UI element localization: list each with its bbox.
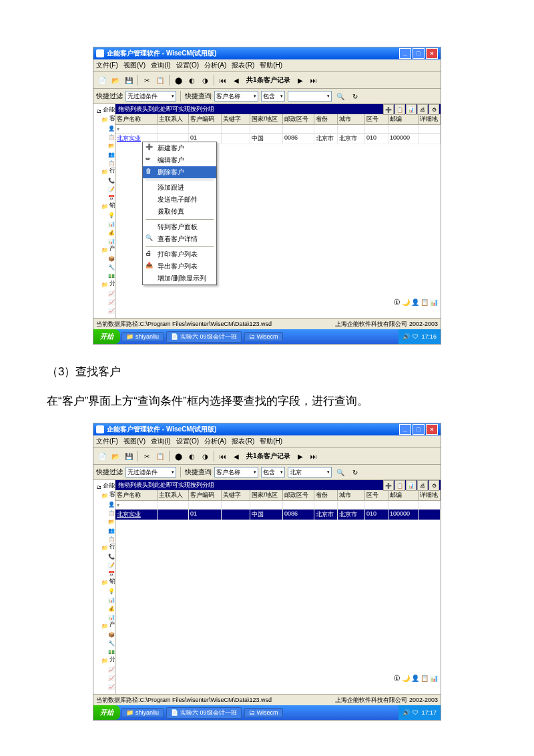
task-item[interactable]: 📁shiyanliu (121, 332, 164, 341)
tree-node[interactable]: 🗂企能客户管理软件 (95, 106, 113, 114)
grid-tool-icon[interactable]: 🖨 (417, 104, 428, 115)
col-header[interactable]: 邮编 (388, 114, 419, 124)
col-header[interactable]: 客户名称 (115, 490, 158, 500)
context-menu-item[interactable]: 拨取传真 (143, 206, 216, 218)
tree-node[interactable]: 📈销售漏斗模型分析 (95, 673, 113, 681)
grid-tool-icon[interactable]: ➕ (383, 480, 394, 491)
tool-circle2-icon[interactable]: ◐ (186, 450, 198, 462)
tree-node[interactable]: 👤客户 (95, 499, 113, 508)
tree-node[interactable]: 📁客户管理 (95, 114, 113, 123)
tree-node[interactable]: 🗂企能客户管理软件 (95, 482, 113, 490)
tree-node[interactable]: 📂分组 (95, 516, 113, 525)
tree-node[interactable]: 📁产品管理 (95, 244, 113, 253)
start-button[interactable]: 开始 (93, 705, 120, 720)
menu-view[interactable]: 视图(V) (123, 437, 146, 446)
minimize-button[interactable]: _ (399, 424, 411, 435)
col-header[interactable]: 区号 (365, 490, 388, 500)
tree-node[interactable]: 📋联系人列表 (95, 534, 113, 542)
grid-tool-icon[interactable]: 📋 (394, 104, 405, 115)
search-icon[interactable]: 🔍 (334, 90, 346, 102)
task-item[interactable]: 📁shiyanliu (121, 708, 164, 717)
col-header[interactable]: 邮政区号 (283, 114, 314, 124)
tool-save-icon[interactable]: 💾 (123, 450, 135, 462)
col-header[interactable]: 客户名称 (115, 114, 158, 124)
tree-node[interactable]: 📋联系人列表 (95, 158, 113, 166)
tool-new-icon[interactable]: 📄 (96, 450, 108, 462)
col-header[interactable]: 主联系人 (158, 490, 189, 500)
tool-icon[interactable]: 👤 (411, 299, 419, 306)
tool-icon[interactable]: 🛈 (394, 675, 400, 682)
tree-node[interactable]: 📊销售明细 (95, 236, 113, 244)
col-header[interactable]: 省份 (314, 490, 338, 500)
menu-query[interactable]: 查询(I) (151, 437, 170, 446)
context-menu-item[interactable]: ✏编辑客户 (143, 154, 216, 166)
tree-node[interactable]: 📁行动管理 (95, 542, 113, 551)
tool-copy-icon[interactable]: 📋 (154, 74, 166, 86)
query-value-input[interactable]: 北京 (288, 467, 332, 478)
minimize-button[interactable]: _ (399, 48, 411, 59)
tree-node[interactable]: 📈销售主旨分析 (95, 288, 113, 297)
filter-cell[interactable]: ▾ (115, 501, 158, 509)
menu-file[interactable]: 文件(F) (96, 437, 118, 446)
nav-tree[interactable]: 🗂企能客户管理软件📁客户管理👤客户📋客户列表📂分组👥联系人📋联系人列表📁行动管理… (93, 104, 115, 318)
tool-circle3-icon[interactable]: ◑ (199, 450, 211, 462)
col-header[interactable]: 省份 (314, 114, 338, 124)
contain-combo[interactable]: 包含 (261, 467, 285, 478)
col-header[interactable]: 详细地 (419, 114, 441, 124)
tool-circle2-icon[interactable]: ◐ (186, 74, 198, 86)
tree-node[interactable]: 📋客户列表 (95, 132, 113, 140)
contain-combo[interactable]: 包含 (261, 91, 285, 102)
col-header[interactable]: 城市 (338, 490, 365, 500)
tree-node[interactable]: 📁分析 (95, 279, 113, 288)
grid-tool-icon[interactable]: ⚙ (429, 104, 439, 115)
context-menu-item[interactable]: 转到客户面板 (143, 221, 216, 233)
tree-node[interactable]: 📈销售主旨分析 (95, 664, 113, 673)
tool-circle3-icon[interactable]: ◑ (199, 74, 211, 86)
refresh-icon[interactable]: ↻ (349, 90, 361, 102)
filter-cell[interactable]: ▾ (115, 125, 158, 133)
task-item[interactable]: 🗂Wisecm (244, 332, 283, 341)
tool-cut-icon[interactable]: ✂ (141, 450, 153, 462)
tree-node[interactable]: 📞联系活动 (95, 175, 113, 184)
grid-tool-icon[interactable]: ⚙ (429, 480, 439, 491)
task-item[interactable]: 🗂Wisecm (244, 708, 283, 717)
tree-node[interactable]: 💰销售 (95, 227, 113, 236)
tree-node[interactable]: 📁销售管理 (95, 577, 113, 586)
menu-help[interactable]: 帮助(H) (260, 437, 282, 446)
tree-node[interactable]: 🔧服务反馈 (95, 638, 113, 646)
tool-open-icon[interactable]: 📂 (109, 450, 121, 462)
context-menu-item[interactable]: 📤导出客户列表 (143, 260, 216, 272)
task-item[interactable]: 📄实验六 09级会计一班 (166, 707, 242, 719)
tree-node[interactable]: 💵费用 (95, 646, 113, 655)
tool-icon[interactable]: 📋 (421, 675, 429, 682)
nav-first-icon[interactable]: ⏮ (217, 74, 229, 86)
tree-node[interactable]: 📊机会明细 (95, 594, 113, 603)
tool-icon[interactable]: 👤 (411, 675, 419, 682)
tree-node[interactable]: 👤客户 (95, 123, 113, 132)
tool-icon[interactable]: 🛈 (394, 299, 400, 306)
tree-node[interactable]: 📝历史记录 (95, 560, 113, 568)
menu-query[interactable]: 查询(I) (151, 61, 170, 70)
close-button[interactable]: × (426, 48, 438, 59)
grid-tool-icon[interactable]: 📊 (406, 480, 417, 491)
nav-next-icon[interactable]: ▶ (294, 74, 306, 86)
tree-node[interactable]: 📅日历 (95, 568, 113, 577)
grid-tool-icon[interactable]: ➕ (383, 104, 394, 115)
nav-prev-icon[interactable]: ◀ (230, 74, 242, 86)
menu-help[interactable]: 帮助(H) (260, 61, 282, 70)
nav-last-icon[interactable]: ⏭ (308, 450, 320, 462)
menu-analysis[interactable]: 分析(A) (204, 61, 226, 70)
col-header[interactable]: 邮编 (388, 490, 419, 500)
task-item[interactable]: 📄实验六 09级会计一班 (166, 331, 242, 343)
tree-node[interactable]: 📦产品 (95, 629, 113, 638)
col-header[interactable]: 国家/地区 (250, 114, 283, 124)
tree-node[interactable]: 📁客户管理 (95, 490, 113, 499)
tree-node[interactable]: 📈销售漏斗模型分析 (95, 297, 113, 305)
context-menu-item[interactable]: 发送电子邮件 (143, 194, 216, 206)
tray-icon[interactable]: 🛡 (413, 709, 419, 716)
grid-tool-icon[interactable]: 🖨 (417, 480, 428, 491)
tree-node[interactable]: 👥联系人 (95, 525, 113, 534)
tree-node[interactable]: 📈销售构成分析 (95, 305, 113, 314)
col-header[interactable]: 客户编码 (189, 490, 222, 500)
maximize-button[interactable]: □ (413, 48, 425, 59)
